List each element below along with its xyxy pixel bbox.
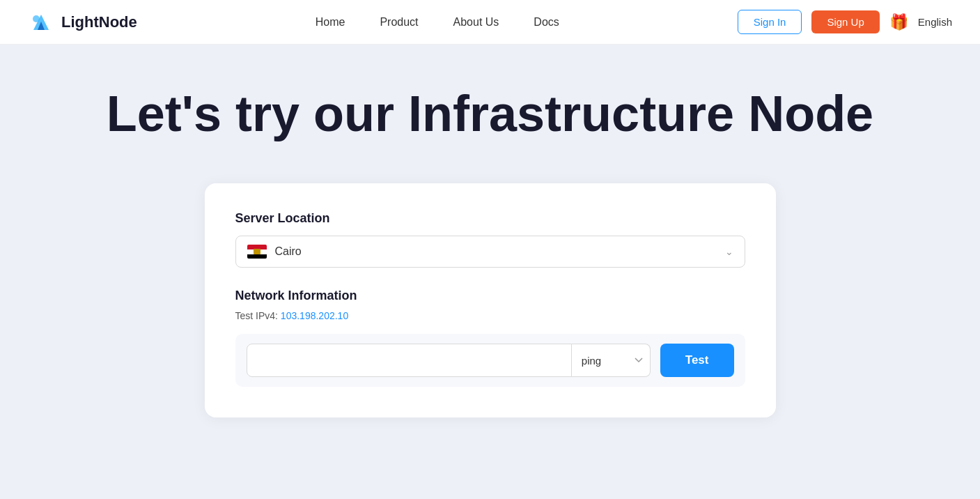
server-location-label: Server Location [235, 211, 745, 226]
ipv4-row: Test IPv4: 103.198.202.10 [235, 310, 745, 321]
test-button[interactable]: Test [660, 344, 734, 377]
logo[interactable]: LightNode [28, 9, 137, 36]
ipv4-prefix: Test IPv4: [235, 310, 278, 321]
svg-point-0 [33, 15, 40, 22]
location-left: Cairo [247, 245, 302, 259]
language-selector[interactable]: English [918, 16, 952, 28]
signin-button[interactable]: Sign In [738, 10, 802, 34]
ping-select[interactable]: ping traceroute mtr [572, 344, 651, 377]
logo-icon [28, 9, 54, 36]
test-input[interactable] [247, 344, 572, 377]
test-row: ping traceroute mtr Test [235, 334, 745, 387]
hero-section: Let's try our Infrastructure Node Server… [0, 45, 980, 499]
location-city: Cairo [275, 245, 302, 258]
signup-button[interactable]: Sign Up [811, 10, 879, 33]
logo-text: LightNode [61, 13, 137, 31]
nav-product[interactable]: Product [380, 16, 418, 29]
egypt-flag-icon [247, 245, 267, 259]
ipv4-address[interactable]: 103.198.202.10 [281, 310, 348, 321]
hero-title: Let's try our Infrastructure Node [107, 86, 873, 141]
nav-about[interactable]: About Us [453, 16, 499, 29]
network-info-label: Network Information [235, 289, 745, 303]
nav-home[interactable]: Home [316, 16, 345, 29]
infrastructure-card: Server Location Cairo ⌄ Network Informat… [205, 183, 776, 417]
navbar: LightNode Home Product About Us Docs Sig… [0, 0, 980, 45]
nav-right: Sign In Sign Up 🎁 English [738, 10, 952, 34]
gift-icon[interactable]: 🎁 [889, 13, 908, 31]
chevron-down-icon: ⌄ [725, 246, 733, 257]
nav-links: Home Product About Us Docs [316, 16, 559, 29]
location-dropdown[interactable]: Cairo ⌄ [235, 236, 745, 268]
nav-docs[interactable]: Docs [534, 16, 559, 29]
